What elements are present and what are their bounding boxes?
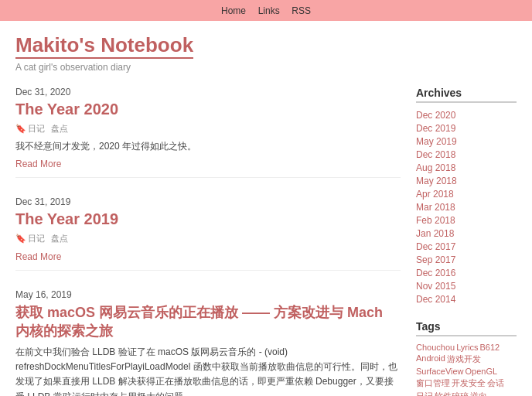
archive-link[interactable]: Dec 2014: [416, 294, 455, 305]
post-1-date: Dec 31, 2020: [15, 87, 401, 97]
tag-link[interactable]: 窗口管理: [416, 377, 450, 389]
archive-link[interactable]: Dec 2020: [416, 110, 455, 121]
nav-home[interactable]: Home: [221, 5, 246, 16]
archive-link[interactable]: Jan 2018: [416, 228, 454, 239]
tag-link[interactable]: Chouchou: [416, 343, 455, 352]
archive-link[interactable]: Aug 2018: [416, 162, 455, 173]
post-3: May 16, 2019 获取 macOS 网易云音乐的正在播放 —— 方案改进…: [15, 289, 401, 396]
tag-link[interactable]: 逆向: [470, 391, 487, 396]
post-2-tag-2: 盘点: [51, 233, 68, 244]
archive-link[interactable]: Apr 2018: [416, 189, 454, 200]
top-nav: Home Links RSS: [0, 0, 532, 21]
post-2-tag-1: 🔖 日记: [15, 233, 45, 244]
nav-rss[interactable]: RSS: [292, 5, 311, 16]
post-1-meta: 🔖 日记 盘点: [15, 123, 401, 135]
post-3-title[interactable]: 获取 macOS 网易云音乐的正在播放 —— 方案改进与 Mach 内核的探索之…: [15, 303, 401, 340]
tag-link[interactable]: Lyrics: [456, 343, 478, 352]
site-title[interactable]: Makito's Notebook: [15, 33, 193, 59]
post-2-read-more[interactable]: Read More: [15, 251, 61, 262]
nav-links[interactable]: Links: [258, 5, 280, 16]
post-3-body: 在前文中我们验合 LLDB 验证了在 macOS 版网易云音乐的 - (void…: [15, 345, 401, 396]
archives-section: Archives Dec 2020Dec 2019May 2019Dec 201…: [416, 87, 517, 305]
tag-link[interactable]: 软件碎碎: [435, 391, 469, 396]
tag-link[interactable]: 会话: [487, 377, 504, 389]
archives-list: Dec 2020Dec 2019May 2019Dec 2018Aug 2018…: [416, 109, 517, 305]
main-content: Dec 31, 2020 The Year 2020 🔖 日记 盘点 我不经意间…: [15, 87, 401, 396]
post-2: Dec 31, 2019 The Year 2019 🔖 日记 盘点 Read …: [15, 196, 401, 271]
tag-link[interactable]: B612: [479, 343, 500, 352]
post-2-title[interactable]: The Year 2019: [15, 210, 401, 228]
archive-link[interactable]: Feb 2018: [416, 215, 455, 226]
tag-link[interactable]: 开发安全: [452, 377, 486, 389]
post-2-meta: 🔖 日记 盘点: [15, 233, 401, 244]
post-1-excerpt: 我不经意间才发觉，2020 年过得如此之快。: [15, 139, 401, 153]
site-tagline: A cat girl's observation diary: [15, 62, 517, 73]
archive-link[interactable]: May 2018: [416, 176, 457, 186]
archive-link[interactable]: Dec 2018: [416, 149, 455, 160]
tags-section: Tags Chouchou Lyrics B612 Android 游戏开发 S…: [416, 320, 517, 396]
sidebar: Archives Dec 2020Dec 2019May 2019Dec 201…: [416, 87, 517, 396]
post-1-read-more[interactable]: Read More: [15, 159, 61, 169]
post-1-title[interactable]: The Year 2020: [15, 101, 401, 118]
archives-heading: Archives: [416, 87, 517, 103]
post-2-date: Dec 31, 2019: [15, 196, 401, 207]
tag-link[interactable]: OpenGL: [466, 367, 498, 376]
tag-link[interactable]: 日记: [416, 391, 433, 396]
post-3-date: May 16, 2019: [15, 289, 401, 300]
site-header: Makito's Notebook A cat girl's observati…: [15, 33, 517, 73]
tags-list: Chouchou Lyrics B612 Android 游戏开发 Surfac…: [416, 343, 517, 396]
tags-heading: Tags: [416, 320, 517, 336]
archive-link[interactable]: Mar 2018: [416, 202, 455, 213]
tag-link[interactable]: SurfaceView: [416, 367, 464, 376]
archive-link[interactable]: Dec 2019: [416, 123, 455, 134]
tag-link[interactable]: 游戏开发: [447, 353, 481, 365]
archive-link[interactable]: Sep 2017: [416, 254, 455, 265]
archive-link[interactable]: May 2019: [416, 136, 457, 147]
archive-link[interactable]: Nov 2015: [416, 281, 455, 292]
post-1-tag-2: 盘点: [51, 123, 68, 135]
post-1-tag-1: 🔖 日记: [15, 123, 45, 135]
post-1: Dec 31, 2020 The Year 2020 🔖 日记 盘点 我不经意间…: [15, 87, 401, 178]
tag-link[interactable]: Android: [416, 353, 445, 365]
archive-link[interactable]: Dec 2016: [416, 268, 455, 278]
archive-link[interactable]: Dec 2017: [416, 241, 455, 252]
